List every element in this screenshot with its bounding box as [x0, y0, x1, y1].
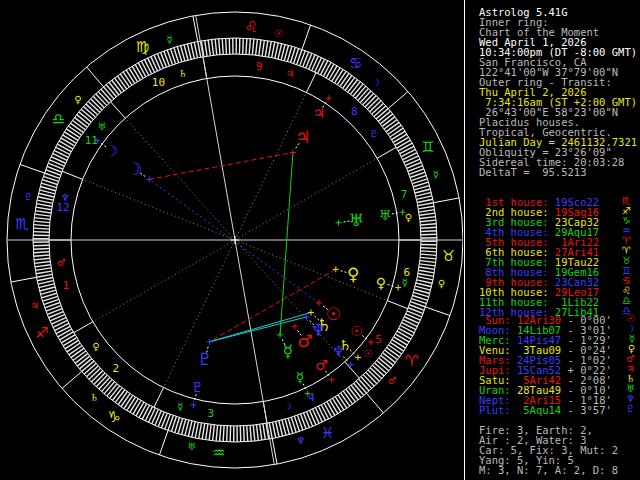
zodiac-sign-icon: ♊	[421, 138, 434, 156]
house-ruler-icon: ♄	[178, 68, 187, 79]
uranus-natal-icon: ♅	[349, 210, 364, 230]
zodiac-sign-icon: ♌	[245, 18, 258, 36]
house-ruler-icon: ♀	[92, 341, 99, 352]
mercury-transit-icon: ☿	[296, 369, 305, 385]
house-boundary	[387, 301, 407, 309]
pointer-line	[362, 335, 367, 339]
house-number: 9	[256, 60, 263, 73]
venus-natal-icon: ♀	[347, 264, 359, 284]
planet-icon: ♇	[626, 404, 635, 414]
sign-ruler-icon: ☽	[371, 77, 380, 88]
zodiac-sign-icon: ♋	[349, 54, 362, 72]
zodiac-sign-icon: ♑	[107, 408, 120, 426]
house-ruler-icon: ☉	[364, 348, 373, 359]
sign-ruler-icon: ♂	[388, 375, 397, 386]
house-cusp-line	[125, 118, 235, 240]
mercury-natal-icon: ☿	[283, 341, 293, 361]
zodiac-sign-icon: ♉	[442, 247, 455, 265]
sign-boundary	[434, 198, 460, 203]
house-ruler-icon: ♆	[61, 192, 70, 203]
house-ruler-icon: ♃	[286, 68, 295, 79]
house-number: 7	[401, 188, 408, 201]
house-number: 4	[308, 391, 315, 404]
planet-velocity: - 3°57'	[561, 404, 612, 416]
sign-boundary	[388, 92, 408, 109]
chart-wheel: ♈♂♉♀♊☿♋☽♌☉♍☿♎♀♏♇♐♃♑♄♒♅♓♆1♂2♀3☿4☽5☉6☿7♀8♇…	[0, 0, 463, 480]
house-ruler-icon: ☿	[177, 401, 183, 412]
aspect-line-square	[149, 152, 293, 179]
house-cusp-line	[235, 240, 387, 301]
sun-transit-icon: ☉	[350, 323, 363, 339]
pluto-natal-icon: ♇	[197, 349, 212, 369]
info-line: DeltaT = 95.5213	[479, 167, 637, 177]
sign-ruler-icon: ♆	[296, 435, 305, 446]
sign-ruler-icon: ♄	[90, 392, 99, 403]
sign-boundary	[87, 67, 104, 87]
house-cusp-line	[93, 240, 235, 322]
house-boundary	[154, 388, 164, 408]
zodiac-sign-icon: ♓	[321, 424, 334, 442]
zodiac-sign-icon: ♐	[35, 324, 48, 342]
sign-boundary	[20, 164, 45, 173]
uranus-transit-icon: ♅	[379, 207, 392, 223]
house-boundary	[74, 322, 93, 333]
venus-transit-icon: ♀	[376, 275, 386, 291]
house-cusp-line	[83, 179, 235, 240]
house-boundary	[111, 102, 126, 118]
aspect-line-trine	[280, 152, 293, 334]
sign-boundary	[272, 439, 277, 465]
sign-ruler-icon: ♃	[30, 300, 39, 311]
sign-ruler-icon: ☉	[274, 28, 283, 39]
house-boundary	[62, 171, 82, 179]
house-number: 8	[351, 105, 358, 118]
house-ruler-icon: ♇	[370, 128, 379, 139]
sign-ruler-icon: ☿	[166, 34, 172, 45]
house-number: 3	[207, 407, 214, 420]
sign-ruler-icon: ♀	[74, 94, 81, 105]
sign-boundary	[367, 393, 384, 413]
zodiac-sign-icon: ♏	[15, 215, 29, 233]
aspect-line-opposition	[149, 179, 319, 303]
house-number: 2	[112, 362, 119, 375]
neptune-transit-icon: ♆	[332, 343, 345, 359]
info-panel: Astrolog 5.41G Inner ring:Chart of the M…	[464, 0, 640, 480]
jupiter-natal-icon: ♃	[295, 127, 310, 147]
sign-ruler-icon: ☿	[432, 169, 438, 180]
zodiac-sign-icon: ♒	[212, 444, 225, 462]
astrolog-window: ♈♂♉♀♊☿♋☽♌☉♍☿♎♀♏♇♐♃♑♄♒♅♓♆1♂2♀3☿4☽5☉6☿7♀8♇…	[0, 0, 640, 480]
house-ruler-icon: ☽	[283, 401, 292, 412]
house-number: 1	[63, 279, 70, 292]
sign-boundary	[426, 307, 451, 316]
planet-row: Plut: 5Aqu14 - 3°57'♇	[479, 405, 637, 415]
house-boundary	[306, 73, 316, 93]
sign-boundary	[62, 372, 82, 389]
pluto-transit-icon: ♇	[192, 379, 205, 395]
moon-natal-icon: ☽	[127, 159, 142, 179]
mars-transit-icon: ♂	[315, 357, 328, 373]
house-number: 5	[375, 333, 382, 346]
jupiter-transit-icon: ♃	[313, 105, 326, 121]
house-ruler-icon: ☿	[402, 277, 408, 288]
aspect-line-sextile	[209, 317, 306, 342]
sign-ruler-icon: ♇	[24, 191, 33, 202]
sign-boundary	[159, 431, 168, 456]
stat-line: M: 3, N: 7, A: 2, D: 8	[479, 465, 637, 475]
house-number: 11	[85, 134, 98, 147]
house-ruler-icon: ♂	[57, 257, 66, 268]
moon-transit-icon: ☽	[105, 143, 118, 159]
house-ruler-icon: ♀	[405, 212, 412, 223]
house-boundary	[377, 147, 396, 158]
sign-ruler-icon: ♀	[438, 278, 445, 289]
planet-label: Plut:	[479, 404, 517, 416]
planet-position-value: 5Aqu14	[517, 404, 561, 416]
house-number: 10	[152, 76, 165, 89]
house-cusp-line	[235, 92, 306, 240]
zodiac-sign-icon: ♎	[52, 110, 65, 128]
zodiac-sign-icon: ♈	[405, 352, 418, 370]
sign-boundary	[302, 25, 311, 50]
zodiac-sign-icon: ♍	[136, 38, 149, 56]
house-ruler-icon: ♅	[97, 121, 106, 132]
sign-ruler-icon: ♅	[187, 441, 196, 452]
sign-boundary	[11, 277, 37, 282]
neptune-natal-icon: ♆	[311, 320, 326, 340]
